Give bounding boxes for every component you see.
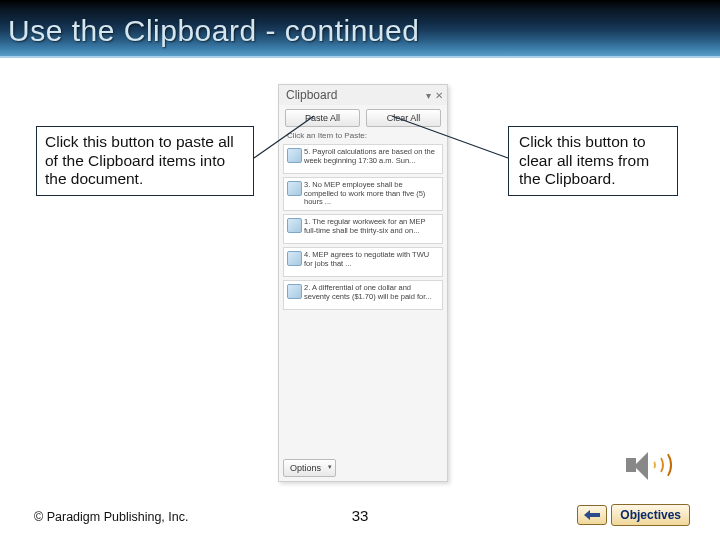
clipboard-item[interactable]: 2. A differential of one dollar and seve… (283, 280, 443, 310)
clipboard-header-label: Clipboard (286, 88, 337, 102)
clipboard-item[interactable]: 5. Payroll calculations are based on the… (283, 144, 443, 174)
audio-icon[interactable] (626, 448, 668, 484)
dropdown-icon[interactable]: ▾ (426, 90, 431, 101)
close-icon[interactable]: ✕ (435, 90, 443, 101)
clipboard-item[interactable]: 3. No MEP employee shall be compelled to… (283, 177, 443, 211)
callout-paste-all: Click this button to paste all of the Cl… (36, 126, 254, 196)
slide-title: Use the Clipboard - continued (8, 14, 419, 48)
callout-clear-all: Click this button to clear all items fro… (508, 126, 678, 196)
copyright: © Paradigm Publishing, Inc. (34, 510, 188, 524)
clipboard-pane: Clipboard ▾ ✕ Paste All Clear All Click … (278, 84, 448, 482)
clipboard-item[interactable]: 4. MEP agrees to negotiate with TWU for … (283, 247, 443, 277)
title-bar: Use the Clipboard - continued (0, 0, 720, 58)
clipboard-hint: Click an Item to Paste: (279, 129, 447, 144)
nav-group: Objectives (577, 504, 690, 526)
clipboard-list: 5. Payroll calculations are based on the… (279, 144, 447, 310)
page-number: 33 (352, 507, 369, 524)
options-button[interactable]: Options (283, 459, 336, 477)
clipboard-header: Clipboard ▾ ✕ (279, 85, 447, 105)
paste-all-button[interactable]: Paste All (285, 109, 360, 127)
clear-all-button[interactable]: Clear All (366, 109, 441, 127)
clipboard-item[interactable]: 1. The regular workweek for an MEP full-… (283, 214, 443, 244)
objectives-button[interactable]: Objectives (611, 504, 690, 526)
back-button[interactable] (577, 505, 607, 525)
